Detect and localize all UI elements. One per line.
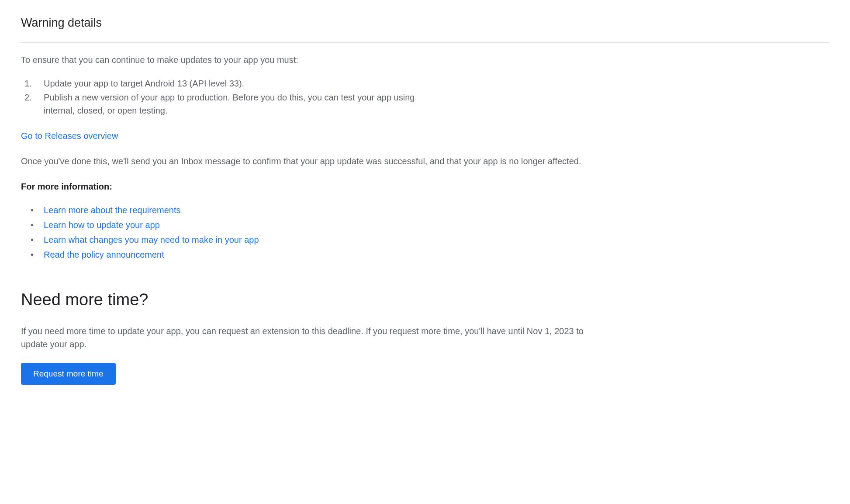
need-more-time-body: If you need more time to update your app… <box>21 324 598 351</box>
learn-update-link[interactable]: Learn how to update your app <box>44 220 160 230</box>
releases-overview-link[interactable]: Go to Releases overview <box>21 129 118 142</box>
section-divider <box>21 42 829 43</box>
need-more-time-heading: Need more time? <box>21 287 829 312</box>
list-item: Learn how to update your app <box>24 218 829 231</box>
confirmation-text: Once you've done this, we'll send you an… <box>21 155 598 168</box>
more-info-heading: For more information: <box>21 180 829 193</box>
list-item: Publish a new version of your app to pro… <box>24 91 426 117</box>
info-links-list: Learn more about the requirements Learn … <box>21 204 829 261</box>
list-item: Learn more about the requirements <box>24 204 829 217</box>
learn-requirements-link[interactable]: Learn more about the requirements <box>44 205 181 215</box>
list-item: Update your app to target Android 13 (AP… <box>24 77 426 90</box>
list-item: Learn what changes you may need to make … <box>24 233 829 246</box>
policy-announcement-link[interactable]: Read the policy announcement <box>44 250 164 259</box>
warning-details-title: Warning details <box>21 14 829 32</box>
list-item: Read the policy announcement <box>24 248 829 261</box>
learn-changes-link[interactable]: Learn what changes you may need to make … <box>44 235 259 245</box>
request-more-time-button[interactable]: Request more time <box>21 363 116 385</box>
steps-list: Update your app to target Android 13 (AP… <box>21 77 829 117</box>
intro-text: To ensure that you can continue to make … <box>21 53 829 66</box>
